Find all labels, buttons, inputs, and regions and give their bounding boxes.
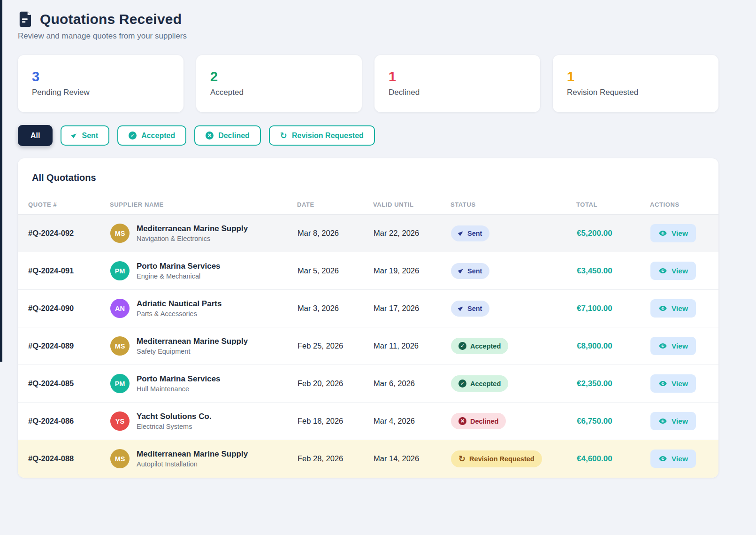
view-label: View <box>672 417 688 426</box>
stat-card-revision-requested: 1 Revision Requested <box>553 55 718 112</box>
valid-until-date: Mar 17, 2026 <box>373 290 451 327</box>
quote-date: Feb 20, 2026 <box>297 365 373 403</box>
view-button[interactable]: View <box>650 412 696 430</box>
avatar: AN <box>110 299 130 318</box>
table-title: All Quotations <box>18 158 718 195</box>
status-icon <box>458 417 466 425</box>
avatar: MS <box>110 449 130 468</box>
table-row: #Q-2024-086 YS Yacht Solutions Co. Elect… <box>18 403 718 440</box>
quote-date: Feb 25, 2026 <box>297 327 373 365</box>
supplier-cell: MS Mediterranean Marine Supply Navigatio… <box>110 224 297 243</box>
status-icon <box>458 380 466 388</box>
table-row: #Q-2024-090 AN Adriatic Nautical Parts P… <box>18 290 718 327</box>
stat-label: Pending Review <box>32 88 169 97</box>
quote-total: €2,350.00 <box>576 365 650 403</box>
supplier-cell: YS Yacht Solutions Co. Electrical System… <box>110 411 297 431</box>
supplier-category: Safety Equipment <box>137 348 248 355</box>
view-button[interactable]: View <box>650 450 696 468</box>
quote-number: #Q-2024-092 <box>18 215 110 252</box>
supplier-name: Porto Marina Services <box>137 374 221 384</box>
supplier-cell: AN Adriatic Nautical Parts Parts & Acces… <box>110 299 297 318</box>
eye-icon <box>658 304 667 313</box>
table-row: #Q-2024-089 MS Mediterranean Marine Supp… <box>18 327 718 365</box>
x-circle-icon <box>206 132 214 140</box>
filter-sent[interactable]: Sent <box>61 125 109 146</box>
quote-number: #Q-2024-090 <box>18 290 110 327</box>
avatar: MS <box>110 224 130 243</box>
filter-label: Sent <box>82 131 98 140</box>
quote-date: Feb 28, 2026 <box>297 440 373 478</box>
column-supplier: SUPPLIER NAME <box>110 195 297 215</box>
avatar: YS <box>110 411 130 431</box>
table-header-row: QUOTE # SUPPLIER NAME DATE VALID UNTIL S… <box>18 195 718 215</box>
stat-card-pending-review: 3 Pending Review <box>18 55 183 112</box>
stat-label: Revision Requested <box>567 88 704 97</box>
status-label: Sent <box>467 267 482 275</box>
supplier-category: Hull Maintenance <box>137 385 221 393</box>
column-status: STATUS <box>451 195 576 215</box>
view-button[interactable]: View <box>650 299 696 318</box>
supplier-name: Mediterranean Marine Supply <box>137 224 248 233</box>
stat-value: 1 <box>389 70 526 84</box>
stat-card-declined: 1 Declined <box>374 55 540 112</box>
quote-total: €3,450.00 <box>576 252 650 290</box>
quote-number: #Q-2024-086 <box>18 403 110 440</box>
supplier-name: Porto Marina Services <box>137 262 221 271</box>
eye-icon <box>658 417 667 426</box>
quotations-table-card: All Quotations QUOTE # SUPPLIER NAME DAT… <box>18 158 718 478</box>
filter-declined[interactable]: Declined <box>194 125 261 146</box>
main-content: Quotations Received Review and manage qu… <box>0 0 718 478</box>
status-filters: All Sent Accepted Declined Revision Requ… <box>18 125 718 146</box>
valid-until-date: Mar 14, 2026 <box>373 440 451 478</box>
status-label: Revision Requested <box>469 455 535 463</box>
paper-plane-icon <box>71 132 78 138</box>
quotations-table: QUOTE # SUPPLIER NAME DATE VALID UNTIL S… <box>18 195 718 478</box>
status-icon <box>458 342 466 350</box>
filter-label: All <box>31 131 40 140</box>
status-label: Sent <box>467 230 482 237</box>
avatar: PM <box>110 374 130 393</box>
page-title: Quotations Received <box>40 11 182 27</box>
supplier-cell: PM Porto Marina Services Hull Maintenanc… <box>110 374 297 393</box>
supplier-name: Adriatic Nautical Parts <box>137 299 221 309</box>
status-icon <box>458 267 465 273</box>
valid-until-date: Mar 19, 2026 <box>373 252 451 290</box>
view-button[interactable]: View <box>650 224 696 242</box>
view-button[interactable]: View <box>650 374 696 393</box>
status-label: Declined <box>470 418 498 425</box>
quote-date: Mar 5, 2026 <box>297 252 373 290</box>
view-button[interactable]: View <box>650 262 696 280</box>
status-badge: Sent <box>451 263 489 279</box>
quote-number: #Q-2024-091 <box>18 252 110 290</box>
column-actions: ACTIONS <box>650 195 718 215</box>
view-label: View <box>672 342 688 350</box>
view-button[interactable]: View <box>650 337 696 355</box>
view-label: View <box>672 267 688 275</box>
supplier-cell: PM Porto Marina Services Engine & Mechan… <box>110 261 297 280</box>
supplier-category: Autopilot Installation <box>137 460 248 468</box>
sidebar-edge <box>0 0 2 362</box>
quote-total: €5,200.00 <box>576 215 650 252</box>
quote-date: Mar 8, 2026 <box>297 215 373 252</box>
filter-all[interactable]: All <box>18 125 53 146</box>
status-icon <box>458 305 465 311</box>
valid-until-date: Mar 6, 2026 <box>373 365 451 403</box>
table-row: #Q-2024-088 MS Mediterranean Marine Supp… <box>18 440 718 478</box>
stat-label: Declined <box>389 88 526 97</box>
filter-revision-requested[interactable]: Revision Requested <box>269 125 375 146</box>
column-valid-until: VALID UNTIL <box>373 195 451 215</box>
receipt-icon <box>18 10 34 28</box>
check-circle-icon <box>129 132 137 140</box>
supplier-cell: MS Mediterranean Marine Supply Autopilot… <box>110 449 297 468</box>
filter-accepted[interactable]: Accepted <box>117 125 186 146</box>
eye-icon <box>658 229 667 238</box>
quote-number: #Q-2024-088 <box>18 440 110 478</box>
stat-value: 2 <box>210 70 348 84</box>
filter-label: Revision Requested <box>292 131 364 140</box>
eye-icon <box>658 379 667 388</box>
table-row: #Q-2024-085 PM Porto Marina Services Hul… <box>18 365 718 403</box>
supplier-name: Mediterranean Marine Supply <box>137 337 248 346</box>
view-label: View <box>672 380 688 388</box>
valid-until-date: Mar 22, 2026 <box>373 215 451 252</box>
eye-icon <box>658 341 667 350</box>
